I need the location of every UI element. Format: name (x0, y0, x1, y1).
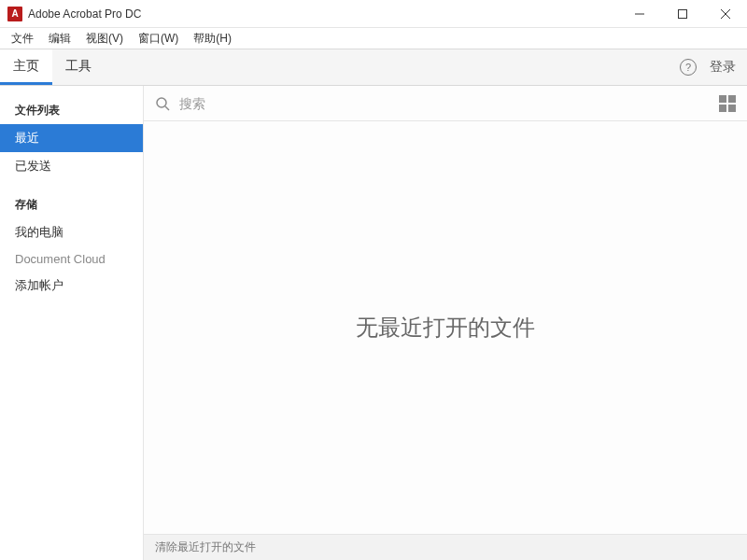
grid-view-icon (719, 95, 726, 103)
menu-view[interactable]: 视图(V) (78, 29, 131, 49)
body: 文件列表 最近 已发送 存储 我的电脑 Document Cloud 添加帐户 … (0, 86, 747, 560)
sidebar-item-sent[interactable]: 已发送 (0, 152, 143, 180)
footer: 清除最近打开的文件 (144, 534, 747, 560)
tab-tools[interactable]: 工具 (52, 49, 105, 85)
search-icon (155, 96, 170, 111)
grid-view-button[interactable] (719, 95, 736, 112)
sidebar-item-add-account[interactable]: 添加帐户 (0, 272, 143, 300)
close-icon (721, 9, 730, 19)
maximize-button[interactable] (661, 0, 704, 28)
menu-help[interactable]: 帮助(H) (186, 29, 239, 49)
sidebar-item-my-computer[interactable]: 我的电脑 (0, 218, 143, 246)
sidebar-item-document-cloud[interactable]: Document Cloud (0, 246, 143, 272)
close-button[interactable] (704, 0, 747, 28)
menu-edit[interactable]: 编辑 (41, 29, 78, 49)
menubar: 文件 编辑 视图(V) 窗口(W) 帮助(H) (0, 28, 747, 49)
minimize-button[interactable] (618, 0, 661, 28)
clear-recent-link[interactable]: 清除最近打开的文件 (155, 539, 256, 555)
content-area: 无最近打开的文件 (144, 121, 747, 534)
empty-state-message: 无最近打开的文件 (356, 313, 535, 343)
tab-home[interactable]: 主页 (0, 49, 52, 85)
help-icon[interactable]: ? (680, 59, 697, 76)
menu-file[interactable]: 文件 (4, 29, 41, 49)
searchbar (144, 86, 747, 121)
svg-line-5 (165, 106, 169, 110)
svg-rect-1 (679, 9, 687, 18)
app-title: Adobe Acrobat Pro DC (28, 7, 141, 21)
minimize-icon (635, 9, 644, 19)
menu-window[interactable]: 窗口(W) (131, 29, 186, 49)
login-link[interactable]: 登录 (710, 59, 736, 76)
search-input[interactable] (179, 96, 710, 111)
app-icon: A (7, 7, 22, 21)
sidebar-item-recent[interactable]: 最近 (0, 124, 143, 152)
sidebar-section-storage: 存储 (0, 189, 143, 218)
sidebar: 文件列表 最近 已发送 存储 我的电脑 Document Cloud 添加帐户 (0, 86, 144, 560)
sidebar-section-files: 文件列表 (0, 95, 143, 124)
titlebar: A Adobe Acrobat Pro DC (0, 0, 747, 28)
main: 无最近打开的文件 清除最近打开的文件 (144, 86, 747, 560)
tabbar: 主页 工具 ? 登录 (0, 49, 747, 86)
maximize-icon (678, 9, 687, 19)
svg-point-4 (157, 98, 166, 107)
